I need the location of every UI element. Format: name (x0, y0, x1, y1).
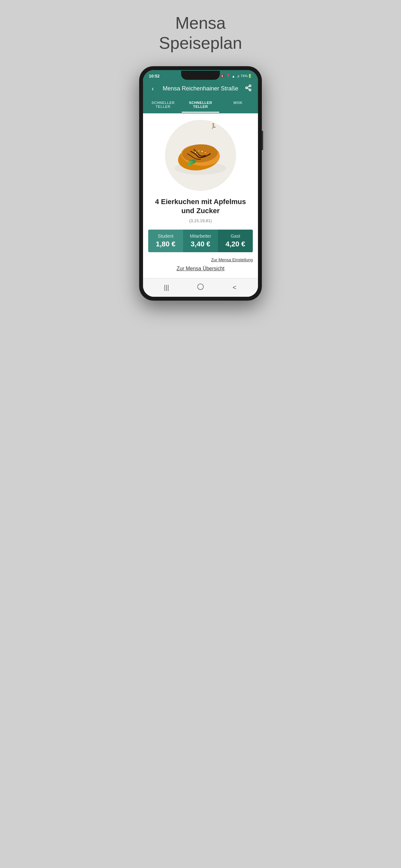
food-name: 4 Eierkuchen mit Apfelmus und Zucker (148, 197, 253, 216)
food-image: 🏃 (165, 120, 236, 191)
price-student: Student 1,80 € (148, 229, 183, 252)
gast-price: 4,20 € (220, 240, 250, 248)
svg-point-14 (197, 153, 198, 154)
phone-screen: 10:52 ⏰ 🔇 📍 ▲ .ıl 74%🔋 ‹ Mensa Reichenha… (143, 70, 258, 297)
food-illustration (168, 123, 233, 188)
back-icon[interactable]: ‹ (148, 85, 157, 92)
student-price: 1,80 € (151, 240, 181, 248)
mute-icon: 🔇 (220, 74, 225, 78)
alarm-icon: ⏰ (214, 74, 219, 78)
phone-frame: 10:52 ⏰ 🔇 📍 ▲ .ıl 74%🔋 ‹ Mensa Reichenha… (139, 66, 262, 301)
gast-label: Gast (220, 234, 250, 239)
header-title: Mensa Reichenhainer Straße (157, 85, 244, 92)
food-image-container: 🏃 (148, 120, 253, 191)
signal-icon: .ıl (236, 74, 239, 78)
status-icons: ⏰ 🔇 📍 ▲ .ıl 74%🔋 (214, 74, 252, 78)
page-title-container: Mensa Speiseplan (159, 13, 242, 53)
wifi-icon: ▲ (232, 74, 235, 78)
tab-schneller-teller-1[interactable]: SCHNELLER TELLER (144, 97, 182, 113)
price-mitarbeiter: Mitarbeiter 3,40 € (183, 229, 218, 252)
svg-point-12 (202, 151, 203, 152)
svg-point-10 (195, 151, 196, 153)
battery-icon: 74%🔋 (241, 74, 252, 78)
status-bar: 10:52 ⏰ 🔇 📍 ▲ .ıl 74%🔋 (143, 70, 258, 81)
overview-link[interactable]: Zur Mensa Übersicht (177, 266, 225, 271)
svg-line-4 (247, 86, 249, 88)
share-icon[interactable] (244, 84, 253, 93)
status-time: 10:52 (149, 73, 159, 79)
price-table: Student 1,80 € Mitarbeiter 3,40 € Gast 4… (148, 229, 253, 252)
svg-point-11 (198, 150, 199, 151)
home-nav-icon[interactable] (194, 283, 207, 292)
page-title: Mensa Speiseplan (159, 13, 242, 53)
location-icon: 📍 (226, 74, 230, 78)
student-label: Student (151, 234, 181, 239)
tab-wok[interactable]: WOK (219, 97, 257, 113)
tab-schneller-teller-2[interactable]: SCHNELLER TELLER (182, 97, 219, 113)
volume-button (262, 131, 263, 150)
food-allergens: (3,15,19,81) (148, 218, 253, 223)
svg-point-13 (205, 152, 206, 153)
settings-link[interactable]: Zur Mensa Einstellung (211, 257, 253, 262)
content-area: 🏃 (143, 113, 258, 278)
menu-nav-icon[interactable]: ||| (160, 284, 173, 291)
overview-link-container: Zur Mensa Übersicht (148, 266, 253, 272)
app-header: ‹ Mensa Reichenhainer Straße (143, 81, 258, 97)
price-gast: Gast 4,20 € (218, 229, 253, 252)
mitarbeiter-label: Mitarbeiter (186, 234, 215, 239)
mitarbeiter-price: 3,40 € (186, 240, 215, 248)
healthy-icon: 🏃 (210, 123, 217, 129)
bottom-nav: ||| < (143, 278, 258, 297)
tabs-bar: SCHNELLER TELLER SCHNELLER TELLER WOK (143, 97, 258, 113)
svg-line-3 (247, 88, 249, 89)
svg-rect-18 (197, 284, 204, 290)
back-nav-icon[interactable]: < (228, 284, 241, 291)
settings-link-container: Zur Mensa Einstellung (148, 257, 253, 262)
